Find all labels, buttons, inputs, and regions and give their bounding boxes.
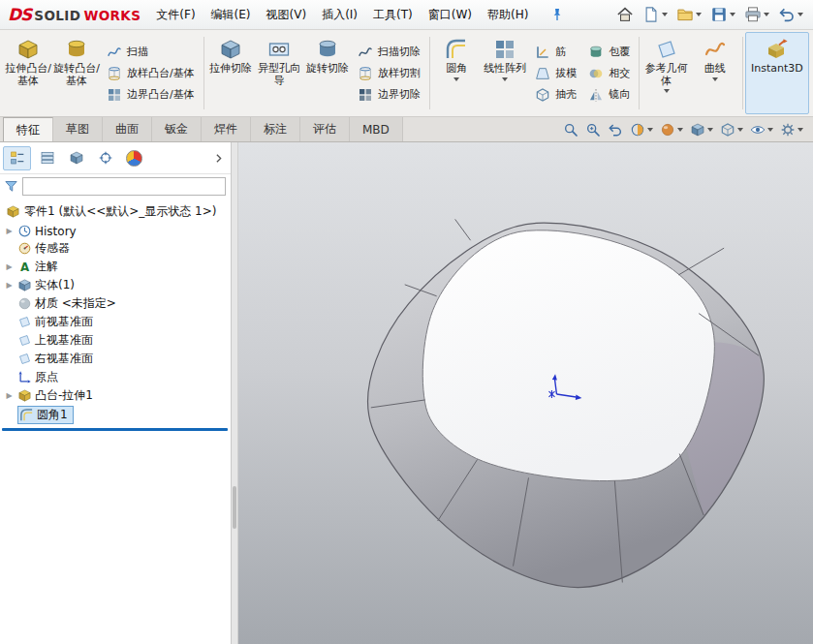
tree-item-fillet1[interactable]: 圆角1 [0,405,231,425]
viewport[interactable] [238,142,813,644]
expand-arrow-icon[interactable]: ▶ [4,282,15,290]
lofted-boss-button[interactable]: 放样凸台/基体 [103,64,199,83]
tab-mbd[interactable]: MBD [350,117,403,141]
panel-tab-expand-button[interactable] [208,152,228,165]
edit-appearance-button[interactable] [660,122,683,138]
tree-item-right-plane[interactable]: 右视基准面 [0,350,231,368]
view-settings-icon [780,122,796,138]
undo-button[interactable] [778,6,803,23]
instant3d-button[interactable]: Instant3D [745,32,809,114]
wrap-button[interactable]: 包覆 [584,43,634,62]
extruded-cut-icon [219,38,242,61]
tree-item-solid-bodies[interactable]: ▶ 实体(1) [0,276,231,294]
expand-arrow-icon[interactable]: ▶ [4,263,15,271]
tab-markup[interactable]: 标注 [251,117,300,141]
panel-splitter[interactable] [232,142,238,644]
menu-view[interactable]: 视图(V) [259,2,315,28]
tab-evaluate[interactable]: 评估 [300,117,350,141]
model-3d[interactable] [238,142,813,644]
boundary-cut-button[interactable]: 边界切除 [354,85,424,105]
view-orientation-button[interactable] [690,122,713,138]
button-label: 镜向 [609,87,630,102]
tab-features[interactable]: 特征 [3,117,53,141]
expand-arrow-icon[interactable]: ▶ [4,228,15,235]
panel-tab-featuremanager[interactable] [3,146,31,170]
tab-surfaces[interactable]: 曲面 [103,117,152,141]
tree-item-label: 实体(1) [35,277,75,293]
button-label: 旋转凸台/基体 [53,63,100,87]
menu-window[interactable]: 窗口(W) [421,2,480,28]
tree-item-history[interactable]: ▶ History [0,223,231,239]
lofted-cut-icon [358,66,373,81]
undo-icon [778,6,796,23]
tab-sketch[interactable]: 草图 [53,117,103,141]
linear-pattern-button[interactable]: 线性阵列 [481,32,529,114]
draft-icon [535,66,550,81]
filter-input[interactable] [22,177,226,196]
tree-root-label: 零件1 (默认<<默认>_显示状态 1>) [24,203,216,220]
revolved-cut-button[interactable]: 旋转切除 [303,32,352,114]
tree-root-part[interactable]: 零件1 (默认<<默认>_显示状态 1>) [0,200,231,223]
tab-sheet-metal[interactable]: 钣金 [152,117,202,141]
menu-insert[interactable]: 插入(I) [314,2,365,28]
tree-item-boss-extrude1[interactable]: ▶ 凸台-拉伸1 [0,386,231,405]
button-label: 边界凸台/基体 [127,87,195,102]
rib-button[interactable]: 筋 [531,43,580,62]
feature-tree: 零件1 (默认<<默认>_显示状态 1>) ▶ History 传感器 ▶ 注解 [0,199,231,644]
tree-item-origin[interactable]: 原点 [0,368,231,386]
panel-tab-dimxpertmanager[interactable] [92,147,118,169]
tree-item-sensors[interactable]: 传感器 [0,239,231,258]
panel-tab-propertymanager[interactable] [34,147,60,169]
tree-item-label: 原点 [35,369,58,385]
shell-button[interactable]: 抽壳 [531,85,580,105]
boundary-boss-button[interactable]: 边界凸台/基体 [103,85,199,105]
panel-tab-displaymanager[interactable] [121,147,147,169]
zoom-fit-button[interactable] [563,122,578,138]
intersect-button[interactable]: 相交 [584,64,634,83]
tab-weldments[interactable]: 焊件 [202,117,251,141]
rollback-bar[interactable] [2,428,228,431]
pin-menu-button[interactable] [549,7,565,22]
extruded-cut-button[interactable]: 拉伸切除 [206,32,255,114]
home-button[interactable] [616,6,634,23]
revolved-boss-button[interactable]: 旋转凸台/基体 [52,32,101,114]
menu-file[interactable]: 文件(F) [148,2,203,28]
sensors-icon [17,241,32,256]
hide-show-items-button[interactable] [750,122,773,138]
curves-button[interactable]: 曲线 [691,32,739,114]
view-orientation-icon [690,122,705,138]
display-style-button[interactable] [720,122,743,138]
shell-icon [535,87,550,103]
fillet-button[interactable]: 圆角 [432,32,481,114]
draft-button[interactable]: 拔模 [531,64,580,83]
filter-funnel-icon[interactable] [4,179,18,194]
open-button[interactable] [676,6,702,23]
tree-item-front-plane[interactable]: 前视基准面 [0,313,231,331]
expand-arrow-icon[interactable]: ▶ [4,392,15,400]
tree-item-top-plane[interactable]: 上视基准面 [0,331,231,350]
swept-cut-button[interactable]: 扫描切除 [354,43,424,62]
new-document-button[interactable] [642,6,668,23]
panel-tab-configurationmanager[interactable] [63,147,89,169]
ds-logo-mark: DS [8,5,31,24]
view-settings-button[interactable] [780,122,803,138]
swept-boss-button[interactable]: 扫描 [103,43,199,62]
revolved-boss-icon [65,38,88,61]
menu-tools[interactable]: 工具(T) [365,2,421,28]
print-button[interactable] [744,6,769,23]
tree-item-material[interactable]: 材质 <未指定> [0,294,231,313]
tree-item-annotations[interactable]: ▶ 注解 [0,258,231,276]
previous-view-button[interactable] [608,122,623,138]
tree-item-label: 注解 [35,259,58,275]
zoom-area-button[interactable] [585,122,601,138]
lofted-cut-button[interactable]: 放样切割 [354,64,424,83]
menu-edit[interactable]: 编辑(E) [203,2,259,28]
model-top-face[interactable] [422,230,714,481]
hole-wizard-button[interactable]: 异型孔向导 [255,32,303,114]
section-view-button[interactable] [630,122,653,138]
extruded-boss-button[interactable]: 拉伸凸台/基体 [4,32,52,114]
save-button[interactable] [710,6,735,23]
reference-geometry-button[interactable]: 参考几何体 [642,32,691,114]
menu-help[interactable]: 帮助(H) [480,2,536,28]
mirror-button[interactable]: 镜向 [584,85,634,105]
